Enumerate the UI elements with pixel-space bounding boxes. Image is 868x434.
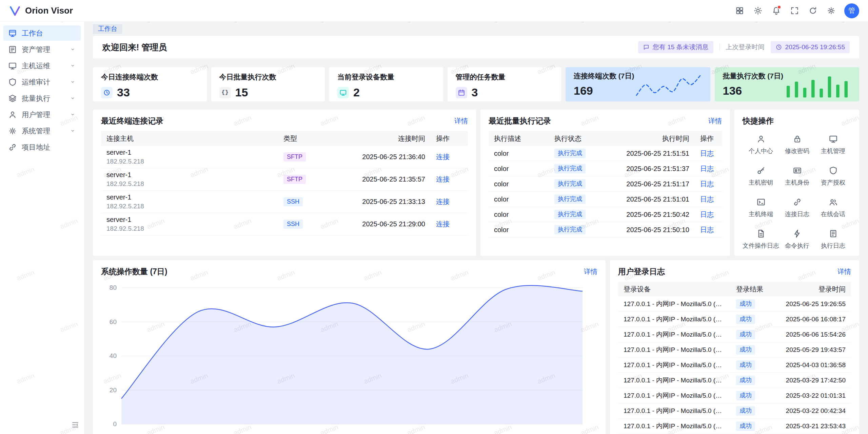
batch-table-body: color 执行完成 2025-06-25 21:51:51 日志 color …: [489, 146, 722, 238]
panel-title: 用户登录日志: [618, 266, 665, 277]
login-device: 127.0.0.1 - 内网IP - Mozilla/5.0 (Windows …: [618, 407, 731, 415]
fullscreen-button[interactable]: [787, 4, 802, 18]
login-time: 2025-03-29 17:42:50: [771, 377, 851, 384]
quick-action-connection-logs[interactable]: 连接日志: [779, 197, 815, 218]
gear-icon: [8, 127, 17, 135]
system-chart-detail-link[interactable]: 详情: [584, 267, 597, 276]
execution-time: 2025-06-25 21:50:10: [603, 226, 695, 234]
sidebar-item-project-link[interactable]: 项目地址: [3, 139, 81, 155]
sidebar-item-host-ops[interactable]: 主机运维: [3, 58, 81, 73]
login-device: 127.0.0.1 - 内网IP - Mozilla/5.0 (Windows …: [618, 330, 731, 339]
quick-action-label: 修改密码: [785, 147, 809, 155]
batch-execution-row: color 执行完成 2025-06-25 21:51:37 日志: [489, 161, 722, 176]
sidebar-menu: 工作台资产管理主机运维运维审计批量执行用户管理系统管理项目地址: [0, 25, 84, 155]
quick-action-host-terminal[interactable]: 主机终端: [743, 197, 779, 218]
terminal-column-header: 操作: [431, 134, 468, 143]
connect-link[interactable]: 连接: [436, 220, 450, 228]
refresh-button[interactable]: [806, 4, 820, 18]
login-detail-link[interactable]: 详情: [837, 267, 851, 276]
tab-bar: 工作台: [84, 22, 868, 36]
log-link[interactable]: 日志: [700, 165, 714, 172]
login-result-badge: 成功: [736, 376, 755, 385]
login-result-badge: 成功: [736, 330, 755, 339]
key-icon: [756, 166, 766, 175]
unread-messages-badge[interactable]: 您有 15 条未读消息: [638, 41, 713, 53]
quick-action-command-execution[interactable]: 命令执行: [779, 229, 815, 250]
quick-action-asset-authorization[interactable]: 资产授权: [815, 166, 851, 187]
protocol-tag: SSH: [283, 220, 303, 229]
quick-action-label: 连接日志: [785, 210, 809, 218]
welcome-title: 欢迎回来! 管理员: [102, 42, 167, 53]
login-table-body: 127.0.0.1 - 内网IP - Mozilla/5.0 (Windows …: [618, 297, 851, 434]
login-result-badge: 成功: [736, 391, 755, 400]
tab-workbench[interactable]: 工作台: [93, 24, 122, 34]
stat-value: 136: [723, 84, 784, 97]
login-device: 127.0.0.1 - 内网IP - Mozilla/5.0 (Windows …: [618, 376, 731, 385]
quick-action-change-password[interactable]: 修改密码: [779, 134, 815, 155]
batch-execution-row: color 执行完成 2025-06-25 21:50:10 日志: [489, 222, 722, 238]
quick-action-online-sessions[interactable]: 在线会话: [815, 197, 851, 218]
execution-description: color: [489, 150, 549, 157]
notifications-button[interactable]: [769, 4, 783, 18]
gear-icon: [827, 6, 836, 15]
sidebar-item-label: 批量执行: [22, 94, 50, 103]
collapse-sidebar-button[interactable]: [71, 421, 79, 431]
connect-link[interactable]: 连接: [436, 153, 450, 161]
log-link[interactable]: 日志: [700, 180, 714, 188]
batch-detail-link[interactable]: 详情: [708, 116, 722, 126]
log-link[interactable]: 日志: [700, 195, 714, 203]
sidebar-item-user-management[interactable]: 用户管理: [3, 107, 81, 122]
quick-action-label: 资产授权: [821, 178, 845, 187]
settings-button[interactable]: [824, 4, 838, 18]
doc-icon: [829, 229, 838, 238]
login-log-row: 127.0.0.1 - 内网IP - Mozilla/5.0 (Windows …: [618, 327, 851, 342]
batch-column-header: 执行描述: [489, 134, 549, 143]
batch-execution-row: color 执行完成 2025-06-25 21:51:17 日志: [489, 176, 722, 192]
host-ip: 182.92.5.218: [106, 202, 273, 211]
execution-time: 2025-06-25 21:51:01: [603, 195, 695, 203]
quick-action-personal-center[interactable]: 个人中心: [743, 134, 779, 155]
sidebar-item-ops-audit[interactable]: 运维审计: [3, 74, 81, 90]
login-result-badge: 成功: [736, 421, 755, 431]
lock-icon: [793, 134, 802, 144]
login-time: 2025-03-22 01:01:31: [771, 392, 851, 399]
sidebar-item-label: 运维审计: [22, 77, 50, 87]
protocol-tag: SSH: [283, 197, 303, 207]
stat-card-terminal-connections-7d: 连接终端次数 (7日)169: [566, 67, 710, 101]
log-link[interactable]: 日志: [700, 150, 714, 157]
sidebar-item-workbench[interactable]: 工作台: [3, 25, 81, 41]
user-avatar[interactable]: 管: [844, 3, 859, 18]
quick-action-host-management[interactable]: 主机管理: [815, 134, 851, 155]
chevron-down-icon: [70, 128, 76, 134]
sidebar-item-label: 系统管理: [22, 126, 50, 136]
connect-link[interactable]: 连接: [436, 175, 450, 183]
batch-execution-row: color 执行完成 2025-06-25 21:51:01 日志: [489, 192, 722, 207]
quick-action-host-keys[interactable]: 主机密钥: [743, 166, 779, 187]
quick-action-host-identity[interactable]: 主机身份: [779, 166, 815, 187]
sidebar-item-batch-execution[interactable]: 批量执行: [3, 91, 81, 106]
sidebar-item-asset-management[interactable]: 资产管理: [3, 42, 81, 57]
list-icon: [8, 45, 17, 54]
execution-status-badge: 执行完成: [554, 179, 586, 189]
app-logo[interactable]: Orion Visor: [9, 5, 73, 17]
shield-icon: [829, 166, 838, 175]
quick-action-execution-logs[interactable]: 执行日志: [815, 229, 851, 250]
chevron-down-icon: [70, 46, 76, 53]
svg-text:0: 0: [113, 420, 117, 428]
sidebar-item-label: 用户管理: [22, 110, 50, 119]
quick-action-file-operation-logs[interactable]: 文件操作日志: [743, 229, 779, 250]
terminal-detail-link[interactable]: 详情: [454, 116, 468, 126]
log-link[interactable]: 日志: [700, 211, 714, 218]
sidebar-item-label: 项目地址: [22, 143, 50, 152]
log-link[interactable]: 日志: [700, 226, 714, 233]
apps-button[interactable]: [732, 4, 747, 18]
terminal-column-header: 连接主机: [101, 134, 278, 143]
theme-button[interactable]: [751, 4, 765, 18]
stat-card-current-login-devices: 当前登录设备数量2: [329, 67, 443, 101]
login-log-row: 127.0.0.1 - 内网IP - Mozilla/5.0 (Windows …: [618, 342, 851, 358]
sidebar-item-system-management[interactable]: 系统管理: [3, 123, 81, 138]
terminal-column-header: 类型: [278, 134, 329, 143]
connect-link[interactable]: 连接: [436, 198, 450, 205]
protocol-tag: SFTP: [283, 152, 306, 162]
login-log-row: 127.0.0.1 - 内网IP - Mozilla/5.0 (Windows …: [618, 388, 851, 403]
